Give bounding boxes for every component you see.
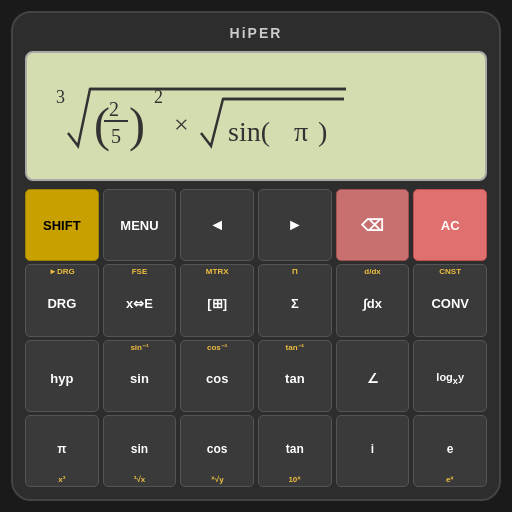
cos-sublabel: cos⁻¹ (181, 343, 253, 352)
cos-label: cos (206, 371, 228, 386)
intdx-sublabel: d/dx (337, 267, 409, 276)
display: 3 ( 2 5 ) 2 × (25, 51, 487, 181)
cos2-button[interactable]: cos ˣ√y (180, 415, 254, 487)
menu-label: MENU (120, 218, 158, 233)
svg-text:2: 2 (109, 98, 119, 120)
row-1: ►DRG DRG FSE x⇔E MTRX [⊞] Π Σ d/dx ∫dx C… (25, 264, 487, 336)
pi-label: π (57, 442, 66, 456)
svg-text:π: π (294, 116, 308, 147)
svg-text:3: 3 (56, 87, 65, 107)
menu-button[interactable]: MENU (103, 189, 177, 261)
conv-button[interactable]: CNST CONV (413, 264, 487, 336)
sin-button[interactable]: sin⁻¹ sin (103, 340, 177, 412)
row-special: SHIFT MENU ◄ ► ⌫ AC (25, 189, 487, 261)
sigma-sublabel: Π (259, 267, 331, 276)
cos2-label: cos (207, 442, 228, 456)
xe-sublabel: FSE (104, 267, 176, 276)
logy-button[interactable]: logxy (413, 340, 487, 412)
sin-label: sin (130, 371, 149, 386)
tan2-label: tan (286, 442, 304, 456)
buttons-area: SHIFT MENU ◄ ► ⌫ AC ►DRG DRG (25, 189, 487, 487)
backspace-icon: ⌫ (361, 216, 384, 235)
mtrx-label: [⊞] (207, 296, 227, 311)
ac-label: AC (441, 218, 460, 233)
drg-label: DRG (47, 296, 76, 311)
tan-button[interactable]: tan⁻¹ tan (258, 340, 332, 412)
pi-button[interactable]: π x³ (25, 415, 99, 487)
tan2-sublabel: 10ˣ (259, 475, 331, 484)
sin2-sublabel: ³√x (104, 475, 176, 484)
svg-text:): ) (129, 98, 145, 152)
sigma-button[interactable]: Π Σ (258, 264, 332, 336)
svg-text:5: 5 (111, 125, 121, 147)
calculator: HiPER 3 ( 2 5 ) 2 (11, 11, 501, 501)
mtrx-sublabel: MTRX (181, 267, 253, 276)
i-button[interactable]: i (336, 415, 410, 487)
tan2-button[interactable]: tan 10ˣ (258, 415, 332, 487)
app-title: HiPER (25, 25, 487, 41)
hyp-label: hyp (50, 371, 73, 386)
xe-label: x⇔E (126, 296, 153, 311)
angle-button[interactable]: ∠ (336, 340, 410, 412)
drg-button[interactable]: ►DRG DRG (25, 264, 99, 336)
svg-text:sin(: sin( (228, 116, 270, 147)
svg-text:): ) (318, 116, 327, 147)
tan-label: tan (285, 371, 305, 386)
e-label: e (447, 442, 454, 456)
svg-text:2: 2 (154, 87, 163, 107)
row-2: hyp sin⁻¹ sin cos⁻¹ cos tan⁻¹ tan ∠ logx… (25, 340, 487, 412)
left-button[interactable]: ◄ (180, 189, 254, 261)
backspace-button[interactable]: ⌫ (336, 189, 410, 261)
angle-label: ∠ (367, 371, 379, 386)
cos-button[interactable]: cos⁻¹ cos (180, 340, 254, 412)
cos2-sublabel: ˣ√y (181, 475, 253, 484)
svg-text:(: ( (94, 98, 110, 152)
intdx-label: ∫dx (363, 296, 382, 311)
ac-button[interactable]: AC (413, 189, 487, 261)
right-icon: ► (287, 216, 303, 234)
row-3: π x³ sin ³√x cos ˣ√y tan 10ˣ i e eˣ (25, 415, 487, 487)
sigma-label: Σ (291, 296, 299, 311)
i-label: i (371, 442, 374, 456)
svg-text:×: × (174, 110, 189, 139)
e-sublabel: eˣ (414, 475, 486, 484)
mtrx-button[interactable]: MTRX [⊞] (180, 264, 254, 336)
drg-sublabel: ►DRG (26, 267, 98, 276)
conv-sublabel: CNST (414, 267, 486, 276)
left-icon: ◄ (209, 216, 225, 234)
sin2-button[interactable]: sin ³√x (103, 415, 177, 487)
expression-display: 3 ( 2 5 ) 2 × (43, 61, 469, 171)
conv-label: CONV (431, 296, 469, 311)
tan-sublabel: tan⁻¹ (259, 343, 331, 352)
shift-label: SHIFT (43, 218, 81, 233)
right-button[interactable]: ► (258, 189, 332, 261)
shift-button[interactable]: SHIFT (25, 189, 99, 261)
sin2-label: sin (131, 442, 148, 456)
intdx-button[interactable]: d/dx ∫dx (336, 264, 410, 336)
xe-button[interactable]: FSE x⇔E (103, 264, 177, 336)
logy-label: logxy (436, 371, 464, 386)
sin-sublabel: sin⁻¹ (104, 343, 176, 352)
e-button[interactable]: e eˣ (413, 415, 487, 487)
pi-sublabel: x³ (26, 475, 98, 484)
hyp-button[interactable]: hyp (25, 340, 99, 412)
